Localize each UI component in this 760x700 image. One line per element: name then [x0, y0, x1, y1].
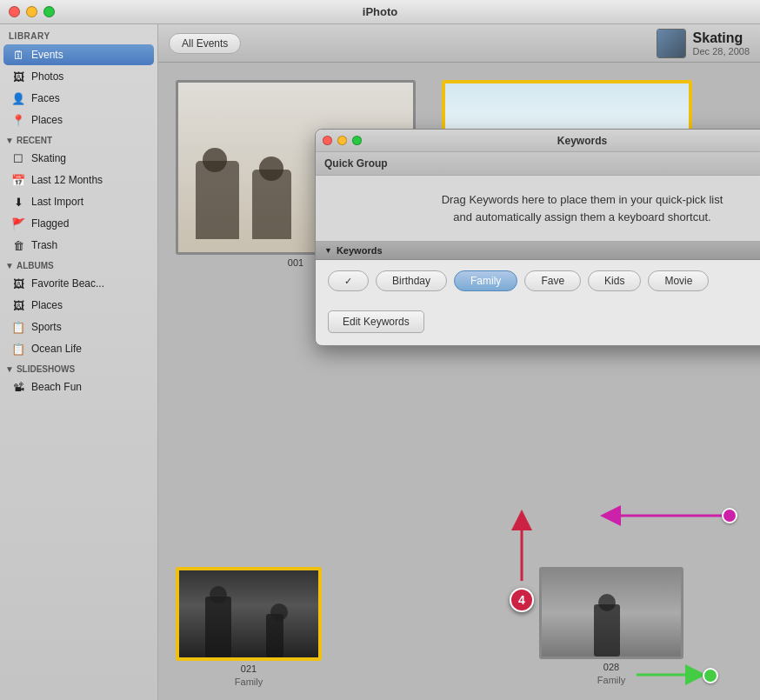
minimize-button[interactable] [26, 6, 37, 17]
drag-text-line2: and automatically assign them a keyboard… [453, 210, 710, 223]
slideshow-icon: 📽 [10, 379, 26, 395]
all-events-button[interactable]: All Events [169, 33, 241, 54]
sidebar-item-fav-beach[interactable]: 🖼 Favorite Beac... [3, 273, 154, 294]
album-icon: 🖼 [10, 276, 26, 291]
maximize-button[interactable] [43, 6, 55, 17]
sidebar-item-label: Photos [31, 70, 147, 83]
places-icon: 📍 [10, 112, 26, 128]
sidebar-item-ocean-life[interactable]: 📋 Ocean Life [3, 338, 154, 359]
bottom-person-2 [266, 614, 283, 657]
content-toolbar: All Events Skating Dec 28, 2008 [158, 24, 760, 63]
flag-icon: 🚩 [10, 216, 26, 231]
sidebar-item-sports[interactable]: 📋 Sports [3, 317, 154, 337]
photo-number-028: 028 [603, 662, 619, 672]
sidebar-item-label: Favorite Beac... [31, 277, 147, 290]
library-section-header: LIBRARY [0, 24, 157, 43]
photo-label-028: Family [597, 675, 625, 685]
albums-section-header[interactable]: ▼ ALBUMS [0, 257, 157, 272]
bottom-person-3 [594, 604, 620, 657]
event-info: Skating Dec 28, 2008 [693, 30, 750, 57]
keyword-fave-button[interactable]: Fave [524, 270, 581, 291]
sidebar-item-flagged[interactable]: 🚩 Flagged [3, 213, 154, 234]
dialog-max-button[interactable] [352, 136, 362, 145]
checkmark-icon: ✓ [344, 276, 352, 287]
photo-number-001: 001 [288, 257, 303, 268]
sidebar: LIBRARY 🗓 Events 🖼 Photos 👤 Faces 📍 Plac… [0, 24, 158, 700]
sidebar-item-label: Flagged [31, 217, 147, 230]
events-icon: 🗓 [10, 47, 26, 63]
keywords-buttons-area: ✓ Birthday Family Fave Kids Movie [316, 260, 760, 302]
sidebar-item-label: Skating [31, 152, 147, 164]
keyword-fave-label: Fave [541, 275, 564, 287]
dialog-close-button[interactable] [323, 136, 332, 145]
import-icon: ⬇ [10, 194, 26, 210]
faces-icon: 👤 [10, 90, 26, 106]
sidebar-item-trash[interactable]: 🗑 Trash [3, 235, 154, 256]
sidebar-item-label: Sports [31, 321, 147, 333]
photo-frame-021[interactable] [176, 567, 322, 661]
keyword-kids-label: Kids [604, 275, 624, 287]
photo-item-021[interactable]: 021 Family [176, 567, 322, 687]
edit-keywords-button[interactable]: Edit Keywords [328, 310, 424, 333]
keywords-section-header: ▼ Keywords [316, 242, 760, 260]
sidebar-item-faces[interactable]: 👤 Faces [3, 88, 154, 109]
dialog-min-button[interactable] [337, 136, 347, 145]
sidebar-item-events[interactable]: 🗓 Events [3, 44, 154, 65]
close-button[interactable] [9, 6, 20, 17]
sidebar-item-photos[interactable]: 🖼 Photos [3, 66, 154, 87]
event-thumb-image [657, 30, 685, 57]
sidebar-item-label: Ocean Life [31, 343, 147, 355]
skating-icon: ☐ [10, 150, 26, 166]
photo-item-028[interactable]: 028 Family [539, 567, 683, 687]
main-layout: LIBRARY 🗓 Events 🖼 Photos 👤 Faces 📍 Plac… [0, 24, 760, 700]
keyword-family-button[interactable]: Family [454, 270, 517, 291]
drag-text-line1: Drag Keywords here to place them in your… [442, 193, 723, 206]
person-2 [252, 170, 291, 239]
sports-icon: 📋 [10, 319, 26, 335]
keyword-birthday-label: Birthday [392, 275, 430, 287]
sidebar-item-label: Places [31, 114, 147, 126]
quick-group-header: Quick Group [316, 152, 760, 176]
ocean-icon: 📋 [10, 341, 26, 357]
triangle-icon: ▼ [5, 364, 14, 374]
photos-icon: 🖼 [10, 69, 26, 84]
keyword-family-label: Family [470, 275, 501, 287]
keyword-movie-button[interactable]: Movie [648, 270, 709, 291]
sidebar-item-label: Trash [31, 239, 147, 251]
triangle-icon: ▼ [5, 136, 14, 145]
sidebar-item-places-album[interactable]: 🖼 Places [3, 295, 154, 316]
sidebar-item-label: Events [31, 49, 147, 61]
event-thumbnail [657, 29, 686, 58]
photo-image-028 [542, 570, 681, 657]
sidebar-item-lastimport[interactable]: ⬇ Last Import [3, 191, 154, 212]
dialog-titlebar-buttons [323, 136, 362, 145]
dialog-title: Keywords [557, 135, 607, 147]
calendar-icon: 📅 [10, 172, 26, 188]
keyword-birthday-button[interactable]: Birthday [376, 270, 447, 291]
sidebar-item-label: Beach Fun [31, 381, 147, 393]
sidebar-item-beach-fun[interactable]: 📽 Beach Fun [3, 377, 154, 397]
event-date: Dec 28, 2008 [693, 46, 750, 57]
titlebar-buttons [9, 6, 55, 17]
keyword-kids-button[interactable]: Kids [588, 270, 641, 291]
sidebar-item-places[interactable]: 📍 Places [3, 110, 154, 130]
photo-frame-028[interactable] [539, 567, 683, 659]
event-header: Skating Dec 28, 2008 [657, 29, 750, 58]
sidebar-item-last12months[interactable]: 📅 Last 12 Months [3, 170, 154, 190]
photo-number-021: 021 [241, 663, 257, 674]
recent-section-header[interactable]: ▼ RECENT [0, 131, 157, 147]
trash-icon: 🗑 [10, 237, 26, 253]
drag-text: Drag Keywords here to place them in your… [442, 191, 723, 225]
sidebar-item-label: Last Import [31, 196, 147, 208]
keywords-triangle-icon: ▼ [324, 246, 332, 255]
sidebar-item-label: Faces [31, 92, 147, 104]
sidebar-item-label: Last 12 Months [31, 174, 147, 186]
dialog-titlebar: Keywords [316, 130, 760, 152]
photo-image-021 [179, 570, 318, 657]
sidebar-item-label: Places [31, 299, 147, 311]
app-title: iPhoto [363, 5, 397, 18]
keyword-checkmark-button[interactable]: ✓ [328, 270, 369, 291]
slideshows-section-header[interactable]: ▼ SLIDESHOWS [0, 360, 157, 376]
bottom-person [205, 597, 231, 657]
sidebar-item-skating[interactable]: ☐ Skating [3, 148, 154, 169]
